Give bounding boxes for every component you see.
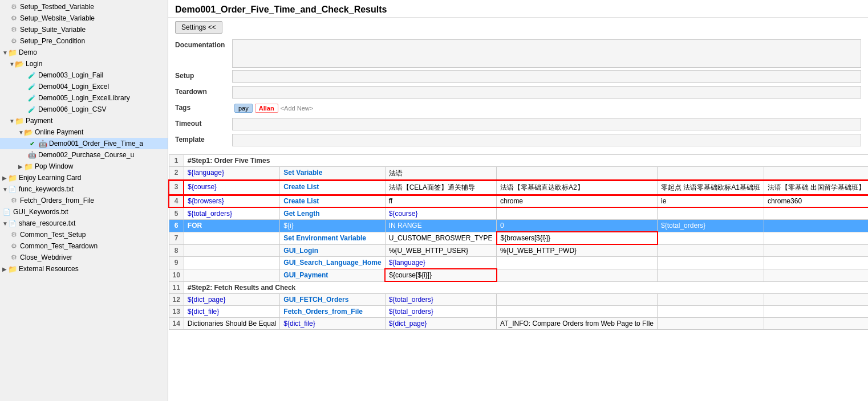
documentation-value[interactable] <box>232 39 861 68</box>
sidebar-item-common-teardown[interactable]: ⚙ Common_Test_Teardown <box>0 240 168 252</box>
cell-createlist[interactable]: Create List <box>280 181 385 195</box>
cell-chrome[interactable]: chrome <box>497 195 658 207</box>
cell-guisearch[interactable]: GUI_Search_Language_Home <box>280 257 385 269</box>
sidebar-item-label: Enjoy Learning Card <box>19 174 81 182</box>
sidebar-item-label: Setup_Suite_Variable <box>20 26 86 34</box>
sidebar-item-label: Online Payment <box>35 128 83 136</box>
sidebar-item-close-webdriver[interactable]: ⚙ Close_Webdriver <box>0 252 168 263</box>
cell-guifetch[interactable]: GUI_FETCH_Orders <box>280 294 385 306</box>
sidebar-item-login[interactable]: ▼ 📂 Login <box>0 58 168 69</box>
cell-guipayment[interactable]: GUI_Payment <box>280 269 385 281</box>
cell-val5[interactable]: 零起点 法语零基础欧标A1基础班 <box>658 181 764 195</box>
sidebar-item-demo003[interactable]: 🧪 Demo003_Login_Fail <box>0 69 168 81</box>
cell-dict-file[interactable]: ${dict_file} <box>184 306 279 318</box>
expand-arrow: ▶ <box>18 163 24 170</box>
sidebar-item-setup-testbed[interactable]: ⚙ Setup_Testbed_Variable <box>0 1 168 13</box>
cell-course[interactable]: ${course} <box>184 181 279 195</box>
sidebar-item-setup-website[interactable]: ⚙ Setup_Website_Variable <box>0 13 168 24</box>
cell-dict-page-ref[interactable]: ${dict_page} <box>385 318 496 330</box>
cell-inrange[interactable]: IN RANGE <box>385 220 496 232</box>
cell-broswer-type[interactable]: U_CUSTOME_BROSWER_TYPE <box>385 232 496 244</box>
folder-icon: 📁 <box>8 173 17 182</box>
sidebar-item-demo001-order[interactable]: ✔ 🤖 Demo001_Order_Five_Time_a <box>0 138 168 149</box>
sidebar-item-demo002-purchase[interactable]: 🤖 Demo002_Purchase_Course_u <box>0 149 168 161</box>
row-num: 3 <box>169 181 184 195</box>
sidebar-item-label: Demo002_Purchase_Course_u <box>38 151 134 159</box>
sidebar-item-gui-keywords[interactable]: 📄 GUI_Keywords.txt <box>0 206 168 218</box>
sidebar-item-external-resources[interactable]: ▶ 📁 External Resources <box>0 263 168 275</box>
sidebar-item-demo006[interactable]: 🧪 Demo006_Login_CSV <box>0 104 168 115</box>
cell-val3[interactable]: 法语【CELA面签】通关辅导 <box>385 181 496 195</box>
cell-browsers[interactable]: ${browsers} <box>184 195 279 207</box>
cell-setenvcvar[interactable]: Set Environment Variable <box>280 232 385 244</box>
cell-empty <box>764 220 868 232</box>
cell-dict-page[interactable]: ${dict_page} <box>184 294 279 306</box>
cell-ie[interactable]: ie <box>658 195 764 207</box>
test-table-container: 1 #Step1: Order Five Times 2 ${language}… <box>168 154 868 401</box>
cell-fetchorders[interactable]: Fetch_Orders_from_File <box>280 306 385 318</box>
cell-value[interactable]: 法语 <box>385 167 496 181</box>
cell-val4[interactable]: 法语【零基础直达欧标A2】 <box>497 181 658 195</box>
cell-dict-file-ref[interactable]: ${dict_file} <box>280 318 385 330</box>
step-header-cell[interactable]: #Step1: Order Five Times <box>184 155 868 167</box>
tag-allan[interactable]: Allan <box>255 104 278 113</box>
cell-getlength[interactable]: Get Length <box>280 207 385 220</box>
cell-empty3 <box>764 167 868 181</box>
cell-createlist2[interactable]: Create List <box>280 195 385 207</box>
cell-val6[interactable]: 法语【零基础 出国留学基础班】 <box>764 181 868 195</box>
cell-total-ref[interactable]: ${total_orders} <box>385 294 496 306</box>
gear-icon: ⚙ <box>9 36 18 46</box>
cell-chrome360[interactable]: chrome360 <box>764 195 868 207</box>
robot-icon: 🤖 <box>38 139 47 148</box>
cell-course-i[interactable]: ${course[${i}]} <box>385 269 496 281</box>
cell-language[interactable]: ${language} <box>184 167 279 181</box>
test-icon: 🧪 <box>27 105 36 114</box>
cell-guilogin[interactable]: GUI_Login <box>280 244 385 257</box>
cell-for[interactable]: FOR <box>184 220 279 232</box>
cell-ff[interactable]: ff <box>385 195 496 207</box>
gear-icon: ⚙ <box>9 230 18 239</box>
sidebar-item-pop-window[interactable]: ▶ 📁 Pop Window <box>0 161 168 172</box>
template-value[interactable] <box>232 134 861 146</box>
sidebar-item-payment[interactable]: ▼ 📁 Payment <box>0 115 168 126</box>
folder-open-icon: 📂 <box>15 59 24 68</box>
sidebar-item-enjoy-learning[interactable]: ▶ 📁 Enjoy Learning Card <box>0 172 168 183</box>
timeout-label: Timeout <box>175 118 232 128</box>
sidebar-item-share-resource[interactable]: ▼ 📄 share_resource.txt <box>0 218 168 229</box>
sidebar-item-demo005[interactable]: 🧪 Demo005_Login_ExcelLibrary <box>0 92 168 104</box>
table-row: 4 ${browsers} Create List ff chrome ie c… <box>169 195 868 207</box>
sidebar-item-common-setup[interactable]: ⚙ Common_Test_Setup <box>0 229 168 240</box>
sidebar-item-online-payment[interactable]: ▼ 📂 Online Payment <box>0 126 168 138</box>
sidebar-item-fetch-orders[interactable]: ⚙ Fetch_Orders_from_File <box>0 195 168 206</box>
settings-button[interactable]: Settings << <box>175 21 222 34</box>
cell-course-ref[interactable]: ${course} <box>385 207 496 220</box>
timeout-value[interactable] <box>232 118 861 130</box>
setup-value[interactable] <box>232 70 861 83</box>
cell-http-pwd[interactable]: %{U_WEB_HTTP_PWD} <box>497 244 658 257</box>
sidebar-item-setup-pre[interactable]: ⚙ Setup_Pre_Condition <box>0 35 168 47</box>
cell-total-ref2[interactable]: ${total_orders} <box>385 306 496 318</box>
sidebar-item-demo004[interactable]: 🧪 Demo004_Login_Excel <box>0 81 168 92</box>
step-header-cell[interactable]: #Step2: Fetch Results and Check <box>184 281 868 294</box>
sidebar-item-setup-suite[interactable]: ⚙ Setup_Suite_Variable <box>0 24 168 35</box>
cell-browsers-i[interactable]: ${browsers[${i}]} <box>497 232 658 244</box>
sidebar-item-label: Login <box>26 60 42 68</box>
teardown-value[interactable] <box>232 86 861 99</box>
cell-language-ref[interactable]: ${language} <box>385 257 496 269</box>
cell-dictequal[interactable]: Dictionaries Should Be Equal <box>184 318 279 330</box>
sidebar-item-func-keywords[interactable]: ▼ 📄 func_keywords.txt <box>0 183 168 195</box>
tag-pay[interactable]: pay <box>234 104 253 113</box>
cell-zero[interactable]: 0 <box>497 220 658 232</box>
sidebar-item-label: Setup_Website_Variable <box>20 14 95 22</box>
cell-i[interactable]: ${i} <box>280 220 385 232</box>
cell-total-orders[interactable]: ${total_orders} <box>184 207 279 220</box>
cell-atinfo[interactable]: AT_INFO: Compare Orders from Web Page to… <box>497 318 658 330</box>
table-row: 8 GUI_Login %{U_WEB_HTTP_USER} %{U_WEB_H… <box>169 244 868 257</box>
cell-http-user[interactable]: %{U_WEB_HTTP_USER} <box>385 244 496 257</box>
add-tag-button[interactable]: <Add New> <box>281 105 313 112</box>
sidebar-item-demo[interactable]: ▼ 📁 Demo <box>0 47 168 58</box>
cell-setvariable[interactable]: Set Variable <box>280 167 385 181</box>
sidebar-item-label: Common_Test_Setup <box>20 231 86 239</box>
sidebar-item-label: Fetch_Orders_from_File <box>20 197 94 204</box>
cell-total[interactable]: ${total_orders} <box>658 220 764 232</box>
